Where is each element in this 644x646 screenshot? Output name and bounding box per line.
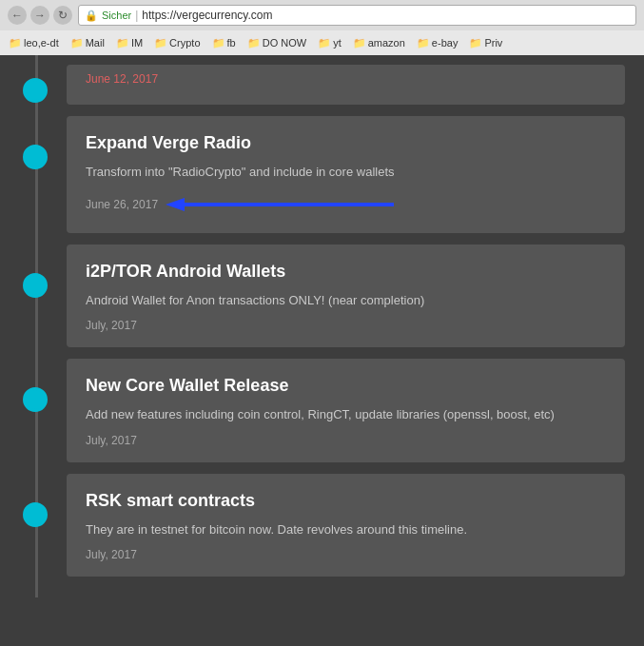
timeline-item-3: RSK smart contractsThey are in testnet f…	[0, 474, 644, 577]
timeline-card-3: RSK smart contractsThey are in testnet f…	[67, 474, 625, 577]
card-date: July, 2017	[86, 434, 606, 447]
bookmark-folder-icon: 📁	[116, 37, 129, 49]
timeline-card-2: New Core Wallet ReleaseAdd new features …	[67, 359, 625, 462]
card-description: Transform into "RadioCrypto" and include…	[86, 163, 606, 182]
browser-chrome: ← → ↻ 🔒 Sicher | https://vergecurrency.c…	[0, 0, 644, 55]
nav-buttons: ← → ↻	[8, 6, 72, 25]
bookmark-label: Priv	[484, 37, 502, 49]
bookmark-label: amazon	[368, 37, 405, 49]
url-separator: |	[135, 9, 138, 22]
forward-button[interactable]: →	[30, 6, 49, 25]
timeline-dot-top	[23, 78, 48, 103]
bookmark-item-9[interactable]: 📁Priv	[464, 35, 507, 51]
page-content: June 12, 2017 Expand Verge RadioTransfor…	[0, 55, 644, 646]
bookmark-label: IM	[131, 37, 143, 49]
bookmark-item-1[interactable]: 📁Mail	[66, 35, 109, 51]
timeline-item-1: i2P/TOR Android WalletsAndroid Wallet fo…	[0, 245, 644, 348]
reload-button[interactable]: ↻	[53, 6, 72, 25]
timeline-card-1: i2P/TOR Android WalletsAndroid Wallet fo…	[67, 245, 625, 348]
bookmark-folder-icon: 📁	[469, 37, 482, 49]
bookmark-folder-icon: 📁	[353, 37, 366, 49]
bookmark-item-3[interactable]: 📁Crypto	[149, 35, 205, 51]
bookmark-label: e-bay	[432, 37, 459, 49]
timeline-dot-3	[23, 502, 48, 527]
back-button[interactable]: ←	[8, 6, 27, 25]
url-text: https://vergecurrency.com	[142, 9, 272, 22]
card-description: Add new features including coin control,…	[86, 405, 606, 424]
browser-toolbar: ← → ↻ 🔒 Sicher | https://vergecurrency.c…	[0, 0, 644, 30]
bookmark-item-2[interactable]: 📁IM	[111, 35, 147, 51]
card-date: June 26, 2017	[86, 198, 158, 211]
bookmark-label: DO NOW	[263, 37, 306, 49]
date-arrow-wrapper: June 26, 2017	[86, 191, 606, 218]
top-partial-item: June 12, 2017	[67, 65, 625, 105]
card-date: July, 2017	[86, 319, 606, 332]
card-description: They are in testnet for bitcoin now. Dat…	[86, 520, 606, 539]
card-title: RSK smart contracts	[86, 491, 606, 511]
bookmark-folder-icon: 📁	[9, 37, 22, 49]
address-bar[interactable]: 🔒 Sicher | https://vergecurrency.com	[78, 5, 636, 26]
timeline-dot-1	[23, 273, 48, 298]
timeline-container: June 12, 2017 Expand Verge RadioTransfor…	[0, 55, 644, 597]
lock-icon: 🔒	[85, 10, 98, 22]
timeline-items: Expand Verge RadioTransform into "RadioC…	[0, 116, 644, 577]
bookmark-item-6[interactable]: 📁yt	[313, 35, 346, 51]
card-title: New Core Wallet Release	[86, 376, 606, 396]
card-description: Android Wallet for Anon transactions ONL…	[86, 291, 606, 310]
bookmark-item-4[interactable]: 📁fb	[207, 35, 241, 51]
bookmark-folder-icon: 📁	[154, 37, 167, 49]
bookmark-folder-icon: 📁	[212, 37, 225, 49]
bookmark-item-7[interactable]: 📁amazon	[348, 35, 410, 51]
top-partial-date: June 12, 2017	[86, 72, 606, 86]
timeline-item-0: Expand Verge RadioTransform into "RadioC…	[0, 116, 644, 233]
timeline-dot-2	[23, 387, 48, 412]
bookmark-folder-icon: 📁	[70, 37, 84, 49]
bookmark-item-5[interactable]: 📁DO NOW	[243, 35, 311, 51]
bookmark-label: leo,e-dt	[24, 37, 59, 49]
bookmark-item-0[interactable]: 📁leo,e-dt	[4, 35, 64, 51]
bookmark-label: Mail	[86, 37, 105, 49]
timeline-dot-0	[23, 145, 48, 169]
bookmark-label: Crypto	[169, 37, 200, 49]
card-date: July, 2017	[86, 548, 606, 561]
bookmarks-bar: 📁leo,e-dt📁Mail📁IM📁Crypto📁fb📁DO NOW📁yt📁am…	[0, 30, 644, 55]
timeline-card-0: Expand Verge RadioTransform into "RadioC…	[67, 116, 625, 233]
svg-marker-1	[166, 198, 185, 211]
secure-label: Sicher	[102, 10, 131, 21]
bookmark-folder-icon: 📁	[417, 37, 430, 49]
card-title: i2P/TOR Android Wallets	[86, 262, 606, 282]
card-title: Expand Verge Radio	[86, 133, 606, 153]
bookmark-folder-icon: 📁	[247, 37, 261, 49]
bookmark-folder-icon: 📁	[318, 37, 331, 49]
timeline-item-2: New Core Wallet ReleaseAdd new features …	[0, 359, 644, 462]
bookmark-item-8[interactable]: 📁e-bay	[412, 35, 463, 51]
bookmark-label: yt	[333, 37, 342, 49]
arrow-annotation	[166, 191, 394, 218]
bookmark-label: fb	[227, 37, 236, 49]
